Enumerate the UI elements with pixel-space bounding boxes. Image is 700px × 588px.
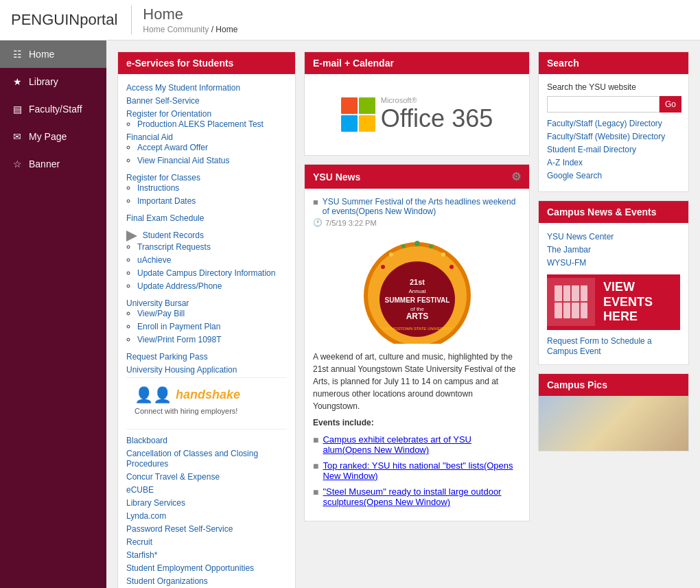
list-item: Update Campus Directory Information [137, 268, 287, 278]
student-email-directory-link[interactable]: Student E-mail Directory [547, 145, 636, 154]
svg-text:SUMMER FESTIVAL: SUMMER FESTIVAL [384, 296, 450, 304]
eservices-header: e-Services for Students [118, 52, 295, 74]
student-records-link[interactable]: Student Records [143, 231, 204, 240]
student-employment-link[interactable]: Student Employment Opportunities [126, 563, 254, 573]
news-sub-item-3: ■ "Steel Museum" ready to install large … [313, 486, 521, 507]
news-sub-link-2[interactable]: Top ranked: YSU hits national "best" lis… [323, 460, 521, 481]
sidebar-item-faculty-staff[interactable]: ▤ Faculty/Staff [0, 95, 106, 123]
view-aid-status-link[interactable]: View Financial Aid Status [137, 156, 230, 165]
events-banner-text: VIEW EVENTS HERE [595, 274, 680, 330]
sidebar-item-library[interactable]: ★ Library [0, 68, 106, 95]
search-input[interactable] [547, 96, 660, 113]
transcript-link[interactable]: Transcript Requests [137, 242, 211, 252]
search-button[interactable]: Go [660, 96, 681, 113]
instructions-link[interactable]: Instructions [137, 183, 179, 193]
list-item: Enroll in Payment Plan [137, 321, 287, 331]
jambar-link[interactable]: The Jambar [547, 245, 591, 255]
password-reset-link[interactable]: Password Reset Self-Service [126, 524, 233, 534]
gear-icon[interactable]: ⚙ [511, 170, 521, 183]
news-body-text: A weekend of art, culture and music, hig… [313, 351, 521, 412]
access-student-info-link[interactable]: Access My Student Information [126, 83, 240, 93]
accept-award-link[interactable]: Accept Award Offer [137, 143, 208, 152]
cancellation-link[interactable]: Cancellation of Classes and Closing Proc… [126, 449, 258, 469]
uachieve-link[interactable]: uAchieve [137, 255, 171, 265]
list-item: View/Print Form 1098T [137, 334, 287, 344]
svg-text:YOUNGSTOWN STATE UNIVERSITY: YOUNGSTOWN STATE UNIVERSITY [382, 327, 452, 331]
starfish-link[interactable]: Starfish* [126, 550, 157, 560]
ysu-news-header: YSU News ⚙ [305, 165, 529, 189]
wysu-link[interactable]: WYSU-FM [547, 258, 586, 268]
faculty-website-directory-link[interactable]: Faculty/Staff (Website) Directory [547, 132, 665, 141]
library-services-link[interactable]: Library Services [126, 498, 185, 508]
page-title: Home [143, 5, 237, 23]
sidebar-item-faculty-label: Faculty/Staff [29, 104, 82, 115]
sidebar-item-my-page[interactable]: ✉ My Page [0, 123, 106, 150]
sidebar-item-home[interactable]: ☷ Home [0, 40, 106, 68]
blackboard-link[interactable]: Blackboard [126, 436, 167, 445]
request-parking-link[interactable]: Request Parking Pass [126, 352, 208, 362]
sidebar-item-banner[interactable]: ☆ Banner [0, 150, 106, 178]
register-classes-link[interactable]: Register for Classes [126, 173, 200, 183]
schedule-link-container: Request Form to Schedule a Campus Event [547, 336, 680, 356]
list-item: Google Search [547, 170, 680, 180]
ecube-link[interactable]: eCUBE [126, 485, 154, 495]
concur-link[interactable]: Concur Travel & Expense [126, 472, 220, 482]
az-index-link[interactable]: A-Z Index [547, 158, 583, 167]
financial-aid-link[interactable]: Financial Aid [126, 132, 173, 142]
recruit-link[interactable]: Recruit [126, 537, 152, 547]
final-exam-link[interactable]: Final Exam Schedule [126, 213, 204, 223]
news-sub-link-3[interactable]: "Steel Museum" ready to install large ou… [323, 486, 521, 507]
list-item: The Jambar [547, 244, 680, 255]
microsoft-label: Microsoft® [381, 96, 493, 104]
university-housing-link[interactable]: University Housing Application [126, 365, 237, 375]
ysu-news-center-link[interactable]: YSU News Center [547, 232, 614, 242]
sidebar-item-library-label: Library [29, 76, 58, 87]
schedule-campus-event-link[interactable]: Request Form to Schedule a Campus Event [547, 336, 652, 356]
breadcrumb-home-community[interactable]: Home Community [143, 25, 209, 34]
view-pay-bill-link[interactable]: View/Pay Bill [137, 309, 185, 318]
student-orgs-link[interactable]: Student Organizations [126, 576, 208, 586]
form-1098t-link[interactable]: View/Print Form 1098T [137, 335, 222, 344]
list-item: Instructions [137, 183, 287, 193]
festival-image-container: 21st Annual SUMMER FESTIVAL of the ARTS … [313, 234, 521, 344]
handshake-icon: 👤👤 [135, 386, 172, 404]
payment-plan-link[interactable]: Enroll in Payment Plan [137, 322, 220, 331]
university-bursar-link[interactable]: University Bursar [126, 298, 189, 308]
svg-point-6 [389, 252, 393, 257]
svg-text:21st: 21st [409, 278, 424, 286]
content-grid: e-Services for Students Access My Studen… [117, 51, 689, 588]
news-sub-item-2: ■ Top ranked: YSU hits national "best" l… [313, 460, 521, 481]
important-dates-link[interactable]: Important Dates [137, 196, 196, 206]
handshake-tagline: Connect with hiring employers! [135, 407, 279, 415]
list-item: Register for Classes Instructions Import… [126, 172, 287, 206]
campus-news-list: YSU News Center The Jambar WYSU-FM [547, 231, 680, 268]
news-headline-link[interactable]: YSU Summer Festival of the Arts headline… [323, 197, 521, 216]
google-search-link[interactable]: Google Search [547, 171, 602, 180]
list-item: Request Parking Pass [126, 351, 287, 362]
update-directory-link[interactable]: Update Campus Directory Information [137, 268, 275, 278]
ysu-news-title: YSU News [313, 172, 360, 183]
banner-self-service-link[interactable]: Banner Self-Service [126, 96, 200, 106]
list-item: Banner Self-Service [126, 95, 287, 106]
svg-point-8 [381, 265, 385, 269]
handshake-section: 👤👤 handshake Connect with hiring employe… [126, 377, 287, 423]
svg-point-3 [429, 244, 433, 248]
news-sub-link-1[interactable]: Campus exhibit celebrates art of YSU alu… [323, 434, 521, 455]
aleks-link[interactable]: Production ALEKS Placement Test [137, 119, 264, 129]
faculty-legacy-directory-link[interactable]: Faculty/Staff (Legacy) Directory [547, 119, 662, 128]
news-bullet-2: ■ [313, 460, 318, 471]
sidebar-item-mypage-label: My Page [29, 131, 67, 142]
list-item: Student Organizations [126, 576, 287, 586]
search-body: Search the YSU website Go Faculty/Staff … [539, 74, 688, 191]
list-item: WYSU-FM [547, 257, 680, 268]
register-orientation-link[interactable]: Register for Orientation [126, 109, 211, 119]
email-calendar-body: Microsoft® Office 365 [305, 74, 529, 155]
update-address-link[interactable]: Update Address/Phone [137, 281, 222, 291]
bell-icon: ☆ [11, 158, 23, 170]
lynda-link[interactable]: Lynda.com [126, 511, 166, 521]
festival-svg: 21st Annual SUMMER FESTIVAL of the ARTS … [355, 234, 479, 344]
list-item: Password Reset Self-Service [126, 524, 287, 534]
breadcrumb: Home Community / Home [143, 25, 237, 34]
events-banner[interactable]: VIEW EVENTS HERE [547, 274, 680, 330]
news-time-text: 7/5/19 3:22 PM [325, 219, 377, 227]
